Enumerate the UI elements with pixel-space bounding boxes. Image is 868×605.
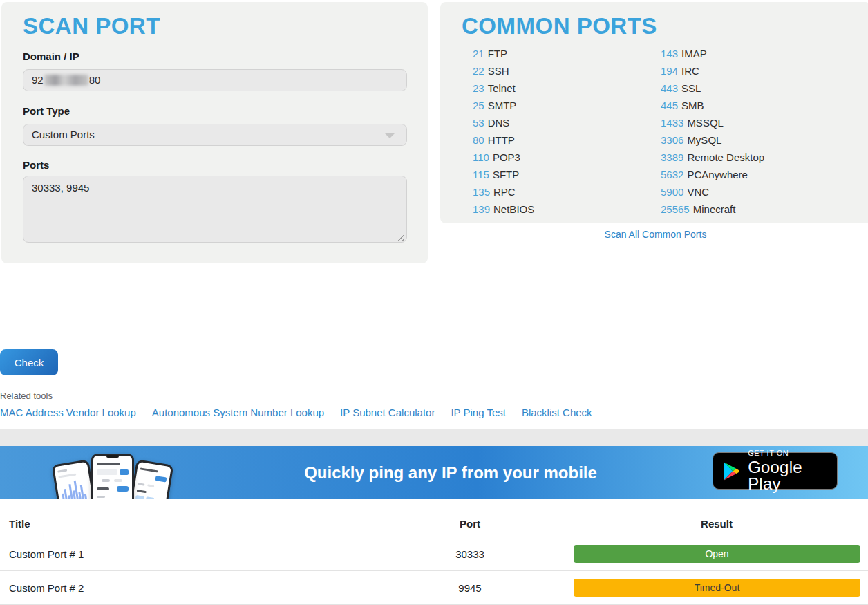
related-link-ip-subnet-calculator[interactable]: IP Subnet Calculator <box>340 407 435 418</box>
common-port-name: MySQL <box>687 134 721 146</box>
common-ports-list: 21FTP 22SSH 23Telnet 25SMTP 53DNS 80HTTP… <box>473 45 849 218</box>
ports-label: Ports <box>23 159 49 171</box>
phones-illustration <box>57 452 169 499</box>
common-port-link[interactable]: 22 <box>473 65 484 77</box>
scan-all-common-ports-link[interactable]: Scan All Common Ports <box>605 229 707 240</box>
related-link-mac-address-vendor-lookup[interactable]: MAC Address Vendor Lookup <box>0 407 136 418</box>
google-play-icon <box>722 460 740 483</box>
common-port-name: MSSQL <box>687 117 724 129</box>
chevron-down-icon <box>384 133 395 138</box>
status-badge-open: Open <box>574 545 860 563</box>
related-link-ip-ping-test[interactable]: IP Ping Test <box>451 407 506 418</box>
common-port-name: VNC <box>687 186 709 198</box>
common-port-name: SMTP <box>488 100 517 111</box>
common-port-name: Minecraft <box>693 203 736 215</box>
common-port-item: 443SSL <box>661 80 849 97</box>
common-port-link[interactable]: 25565 <box>661 203 690 215</box>
common-port-link[interactable]: 23 <box>473 82 484 94</box>
common-port-name: SSL <box>681 82 701 94</box>
common-port-link[interactable]: 3306 <box>661 134 683 146</box>
common-port-link[interactable]: 5632 <box>661 169 683 180</box>
port-type-label: Port Type <box>23 105 70 117</box>
results-header-result: Result <box>559 518 868 530</box>
common-port-link[interactable]: 110 <box>473 151 489 163</box>
common-port-item: 80HTTP <box>473 131 661 149</box>
divider-strip <box>0 429 868 446</box>
common-port-item: 25565Minecraft <box>661 201 849 218</box>
common-port-item: 53DNS <box>473 114 661 131</box>
common-port-name: RPC <box>493 186 516 198</box>
results-header-title: Title <box>0 518 387 530</box>
phone-notch <box>106 455 119 458</box>
common-port-link[interactable]: 139 <box>473 203 490 215</box>
related-tools-label: Related tools <box>0 391 53 401</box>
common-port-link[interactable]: 1433 <box>661 117 683 129</box>
common-port-name: HTTP <box>488 134 515 146</box>
common-port-name: POP3 <box>493 151 520 163</box>
domain-ip-input[interactable]: 9280 <box>23 69 407 91</box>
google-play-text: GET IT ON Google Play <box>748 449 828 492</box>
common-ports-column-left: 21FTP 22SSH 23Telnet 25SMTP 53DNS 80HTTP… <box>473 45 661 218</box>
result-row-port: 9945 <box>387 582 553 594</box>
common-port-link[interactable]: 135 <box>473 186 490 198</box>
common-port-item: 445SMB <box>661 97 849 114</box>
common-port-link[interactable]: 3389 <box>661 151 683 163</box>
common-port-name: FTP <box>488 48 507 59</box>
domain-ip-redacted-blur <box>44 75 88 86</box>
scan-port-card: SCAN PORT Domain / IP 9280 Port Type Cus… <box>1 2 428 263</box>
domain-ip-value-suffix: 80 <box>89 74 101 86</box>
common-port-link[interactable]: 115 <box>473 169 489 180</box>
common-port-item: 3306MySQL <box>661 131 849 149</box>
results-table: Title Port Result Custom Port # 1 30333 … <box>0 510 868 605</box>
result-row-title: Custom Port # 2 <box>0 582 387 594</box>
related-link-asn-lookup[interactable]: Autonomous System Number Lookup <box>152 407 324 418</box>
common-port-name: Telnet <box>488 82 516 94</box>
google-play-label: Google Play <box>748 459 828 492</box>
common-port-name: SMB <box>681 100 704 111</box>
port-type-select[interactable]: Custom Ports <box>23 124 407 146</box>
common-port-item: 23Telnet <box>473 80 661 97</box>
common-port-link[interactable]: 25 <box>473 100 484 111</box>
common-port-name: PCAnywhere <box>687 169 748 180</box>
common-port-link[interactable]: 5900 <box>661 186 683 198</box>
common-port-item: 21FTP <box>473 45 661 62</box>
common-port-item: 110POP3 <box>473 149 661 166</box>
common-port-link[interactable]: 80 <box>473 134 484 146</box>
scan-port-title: SCAN PORT <box>23 13 160 39</box>
common-port-item: 139NetBIOS <box>473 201 661 218</box>
common-ports-title: COMMON PORTS <box>462 13 657 39</box>
google-play-badge[interactable]: GET IT ON Google Play <box>713 452 838 490</box>
port-type-selected-value: Custom Ports <box>32 129 95 140</box>
common-port-link[interactable]: 53 <box>473 117 484 129</box>
common-port-item: 143IMAP <box>661 45 849 62</box>
check-button[interactable]: Check <box>0 349 58 375</box>
scan-all-wrapper: Scan All Common Ports <box>440 229 868 240</box>
common-port-link[interactable]: 445 <box>661 100 678 111</box>
get-it-on-label: GET IT ON <box>748 449 828 457</box>
common-port-item: 1433MSSQL <box>661 114 849 131</box>
status-badge-timed-out: Timed-Out <box>574 579 860 597</box>
common-port-item: 22SSH <box>473 62 661 80</box>
related-tools-links: MAC Address Vendor Lookup Autonomous Sys… <box>0 407 592 418</box>
common-port-item: 135RPC <box>473 183 661 201</box>
common-port-link[interactable]: 194 <box>661 65 678 77</box>
ports-textarea[interactable]: 30333, 9945 <box>23 176 407 243</box>
result-row-port: 30333 <box>387 548 553 560</box>
results-header-port: Port <box>387 518 553 530</box>
common-port-link[interactable]: 143 <box>661 48 678 59</box>
table-row: Custom Port # 2 9945 Timed-Out <box>0 571 868 605</box>
mobile-app-banner: Quickly ping any IP from your mobile GET… <box>0 446 868 499</box>
common-port-link[interactable]: 443 <box>661 82 678 94</box>
common-port-item: 25SMTP <box>473 97 661 114</box>
results-header-row: Title Port Result <box>0 510 868 537</box>
common-port-item: 3389Remote Desktop <box>661 149 849 166</box>
phone-mockup-center <box>91 454 134 499</box>
common-port-item: 5900VNC <box>661 183 849 201</box>
result-row-title: Custom Port # 1 <box>0 548 387 560</box>
common-port-name: IRC <box>681 65 699 77</box>
common-port-name: SSH <box>488 65 509 77</box>
related-link-blacklist-check[interactable]: Blacklist Check <box>522 407 592 418</box>
common-port-name: SFTP <box>493 169 519 180</box>
domain-ip-label: Domain / IP <box>23 50 79 62</box>
common-port-link[interactable]: 21 <box>473 48 484 59</box>
